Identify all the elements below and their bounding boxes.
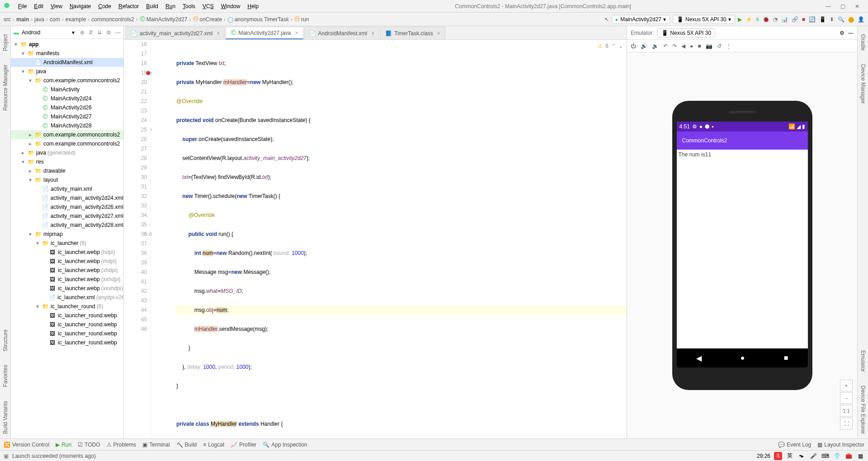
collapse-icon[interactable]: ⇵ [89,29,93,36]
apply-changes-icon[interactable]: ⚡ [745,16,752,23]
project-view-selector[interactable]: Android [22,29,69,36]
build-variants-button[interactable]: Build Variants [2,401,9,434]
tree-activity27[interactable]: ⒸMainActivity2d27 [11,112,123,121]
menu-view[interactable]: View [47,3,66,9]
tree-androidmanifest[interactable]: 📄AndroidManifest.xml [11,58,123,67]
volume-up-icon[interactable]: 🔊 [641,43,647,49]
menu-code[interactable]: Code [94,3,115,9]
tree-webp-mdpi[interactable]: 🖼ic_launcher.webp(mdpi) [11,257,123,266]
code-editor[interactable]: ⚠6 ⌃ ⌄ private TextView txt; private MyH… [151,40,627,438]
bc-pkg[interactable]: commoncontrols2 [91,16,134,23]
tab-layout-xml[interactable]: 📄activity_main_activity2d27.xml× [126,27,225,39]
tree-webp-xxhdpi[interactable]: 🖼ic_launcher.webp(xxhdpi) [11,275,123,284]
rotate-left-icon[interactable]: ↶ [663,43,668,49]
run-button-icon[interactable]: ▶ [738,16,742,23]
menu-tools[interactable]: Tools [179,3,199,9]
mic-icon[interactable]: 🎤 [809,452,817,460]
tree-pkg2[interactable]: ▸📁com.example.commoncontrols2 [11,130,123,139]
zoom-fit-button[interactable]: ⛶ [840,418,853,429]
menu-file[interactable]: File [14,3,30,9]
show-tool-windows-icon[interactable]: ▣ [4,453,9,459]
tree-res[interactable]: ▾📁res [11,157,123,166]
build-button[interactable]: 🔨 Build [176,442,197,448]
tree-activity28[interactable]: ⒸMainActivity2d28 [11,121,123,130]
tree-mainactivity[interactable]: ⒸMainActivity [11,85,123,94]
rotate-right-icon[interactable]: ↷ [672,43,677,49]
menu-refactor[interactable]: Refactor [115,3,142,9]
menu-window[interactable]: Window [217,3,244,9]
hide-panel-icon[interactable]: — [848,30,854,36]
inspection-widget[interactable]: ⚠6 ⌃ ⌄ [598,42,623,51]
chevron-down-icon[interactable]: ▾ [72,29,75,36]
logcat-button[interactable]: ≡ Logcat [203,442,224,448]
zoom-ratio-button[interactable]: 1:1 [840,405,853,417]
menu-run[interactable]: Run [162,3,179,9]
gutter[interactable]: 161718 19 ⬤↑2021 222324 25 ↑2627 282930 … [124,40,151,438]
apply-code-icon[interactable]: ≡ [756,16,759,23]
close-window-icon[interactable]: ✕ [853,3,862,9]
gear-icon[interactable]: ⚙ [106,29,111,36]
back-icon[interactable]: ◀ [681,43,685,49]
app-inspection-button[interactable]: 🔍 App Inspection [263,442,307,448]
home-icon[interactable]: ● [690,43,693,49]
zoom-out-button[interactable]: − [840,392,853,404]
attach-debugger-icon[interactable]: 🔗 [792,16,798,23]
tree-layout-27[interactable]: 📄activity_main_activity2d27.xml [11,212,123,221]
event-log-button[interactable]: 💬 Event Log [778,442,811,448]
search-icon[interactable]: 🔍 [838,16,844,23]
tree-layout-main[interactable]: 📄activity_main.xml [11,184,123,193]
bc-java[interactable]: java [34,16,44,23]
close-icon[interactable]: × [295,30,298,36]
coverage-icon[interactable]: ◔ [773,16,778,23]
device-selector[interactable]: 📱 Nexus 5X API 30 ▾ [673,15,735,24]
tree-round-1[interactable]: 🖼ic_launcher_round.webp [11,311,123,320]
zoom-in-button[interactable]: + [840,380,853,391]
favorites-tool-button[interactable]: Favorites [2,365,9,387]
structure-tool-button[interactable]: Structure [2,329,9,352]
tree-webp-xxxhdpi[interactable]: 🖼ic_launcher.webp(xxxhdpi) [11,284,123,293]
project-tree[interactable]: ▾📁app ▾📁manifests 📄AndroidManifest.xml ▾… [11,39,123,438]
screenshot-icon[interactable]: 📷 [706,43,712,49]
tree-java-gen[interactable]: ▸📁java(generated) [11,148,123,157]
skin-icon[interactable]: 👕 [833,452,841,460]
profiler-button[interactable]: 📈 Profiler [231,442,256,448]
tree-layout-28[interactable]: 📄activity_main_activity2d28.xml [11,221,123,230]
tree-layout-24[interactable]: 📄activity_main_activity2d24.xml [11,193,123,202]
layout-inspector-button[interactable]: ▦ Layout Inspector [817,442,864,448]
gear-icon[interactable]: ⚙ [840,30,844,36]
tree-activity26[interactable]: ⒸMainActivity2d26 [11,103,123,112]
tree-ic-launcher[interactable]: ▾📁ic_launcher(6) [11,239,123,248]
tree-java[interactable]: ▾📁java [11,67,123,76]
bc-src[interactable]: src [4,16,11,23]
nav-back-icon[interactable]: ◀ [696,354,702,362]
tab-manifest[interactable]: 📄AndroidManifest.xml× [304,27,380,39]
run-config-selector[interactable]: ▸ MainActivity2d27 ▾ [612,15,670,24]
stop-button-icon[interactable]: ■ [802,16,805,23]
tree-manifests[interactable]: ▾📁manifests [11,49,123,58]
tree-app[interactable]: ▾📁app [11,40,123,49]
nav-back-icon[interactable]: ↖ [604,16,609,23]
avd-manager-icon[interactable]: 📱 [819,16,826,23]
tree-round-2[interactable]: 🖼ic_launcher_round.webp [11,320,123,329]
maximize-icon[interactable]: ▢ [838,3,847,9]
menu-help[interactable]: Help [244,3,262,9]
emulator-tab[interactable]: 📱Nexus 5X API 30 [657,28,715,38]
close-icon[interactable]: × [437,30,440,37]
run-tool-button[interactable]: ▶ Run [56,442,71,448]
bc-main[interactable]: main [16,16,29,23]
tree-round-4[interactable]: 🖼ic_launcher_round.webp [11,338,123,347]
version-control-button[interactable]: 🔀 Version Control [4,442,49,448]
tree-pkg3[interactable]: ▸📁com.example.commoncontrols2 [11,139,123,148]
menu-navigate[interactable]: Navigate [66,3,94,9]
sdk-manager-icon[interactable]: ⬇ [830,16,834,23]
volume-down-icon[interactable]: 🔉 [652,43,659,49]
tree-drawable[interactable]: ▸📁drawable [11,166,123,175]
debug-icon[interactable]: 🐞 [763,16,769,23]
tab-timertask[interactable]: 📘TimerTask.class× [380,27,445,39]
gradle-tool-button[interactable]: Gradle [860,34,866,51]
tab-mainactivity[interactable]: ⒸMainActivity2d27.java× [226,27,303,39]
bc-anon[interactable]: ◯anonymous TimerTask [227,16,289,23]
tree-layout[interactable]: ▾📁layout [11,175,123,184]
nav-home-icon[interactable]: ● [741,354,745,362]
tree-pkg1[interactable]: ▾📁com.example.commoncontrols2 [11,76,123,85]
